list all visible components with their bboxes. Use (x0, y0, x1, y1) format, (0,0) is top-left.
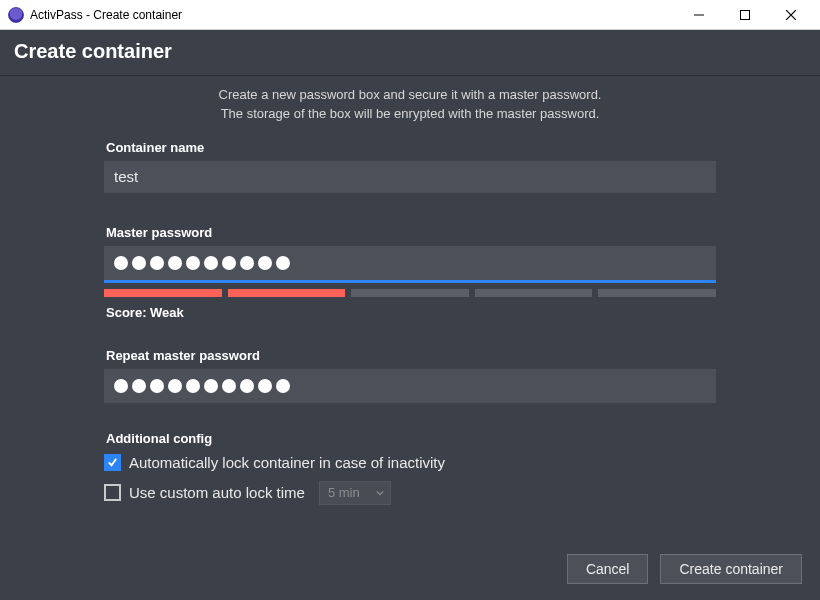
master-password-label: Master password (106, 225, 716, 240)
window-title: ActivPass - Create container (30, 8, 182, 22)
titlebar: ActivPass - Create container (0, 0, 820, 30)
password-dot (168, 256, 182, 270)
password-dot (186, 379, 200, 393)
password-dot (204, 256, 218, 270)
maximize-button[interactable] (722, 0, 768, 30)
password-dot (132, 256, 146, 270)
password-dot (222, 379, 236, 393)
svg-rect-0 (741, 10, 750, 19)
auto-lock-row: Automatically lock container in case of … (104, 454, 716, 471)
additional-config-label: Additional config (106, 431, 716, 446)
create-container-button[interactable]: Create container (660, 554, 802, 584)
intro-text: Create a new password box and secure it … (20, 86, 800, 124)
cancel-button[interactable]: Cancel (567, 554, 649, 584)
strength-segment (104, 289, 222, 297)
password-dot (258, 379, 272, 393)
auto-lock-time-select[interactable]: 5 min (319, 481, 391, 505)
custom-time-label: Use custom auto lock time (129, 484, 305, 501)
strength-segment (598, 289, 716, 297)
password-dot (132, 379, 146, 393)
auto-lock-label: Automatically lock container in case of … (129, 454, 445, 471)
chevron-down-icon (376, 485, 384, 500)
container-name-input[interactable] (104, 161, 716, 193)
strength-segment (475, 289, 593, 297)
strength-segment (351, 289, 469, 297)
select-value: 5 min (328, 485, 360, 500)
password-dot (276, 379, 290, 393)
footer-buttons: Cancel Create container (567, 554, 802, 584)
repeat-password-input[interactable] (104, 369, 716, 403)
password-dot (240, 256, 254, 270)
intro-line1: Create a new password box and secure it … (219, 87, 602, 102)
close-button[interactable] (768, 0, 814, 30)
password-score: Score: Weak (106, 305, 716, 320)
password-dot (186, 256, 200, 270)
master-password-input[interactable] (104, 246, 716, 280)
password-dot (240, 379, 254, 393)
maximize-icon (740, 10, 750, 20)
page-title: Create container (0, 30, 820, 76)
password-dot (150, 256, 164, 270)
score-value: Weak (150, 305, 184, 320)
strength-meter (104, 289, 716, 297)
password-dot (150, 379, 164, 393)
custom-time-checkbox[interactable] (104, 484, 121, 501)
password-dot (258, 256, 272, 270)
check-icon (107, 457, 118, 468)
minimize-button[interactable] (676, 0, 722, 30)
password-dot (276, 256, 290, 270)
score-prefix: Score: (106, 305, 150, 320)
container-name-label: Container name (106, 140, 716, 155)
custom-time-row: Use custom auto lock time 5 min (104, 481, 716, 505)
minimize-icon (694, 10, 704, 20)
content: Create a new password box and secure it … (0, 86, 820, 505)
password-dot (204, 379, 218, 393)
password-dot (114, 379, 128, 393)
strength-segment (228, 289, 346, 297)
password-dot (114, 256, 128, 270)
close-icon (786, 10, 796, 20)
repeat-password-label: Repeat master password (106, 348, 716, 363)
intro-line2: The storage of the box will be enrypted … (221, 106, 600, 121)
form: Container name Master password Score: We… (104, 140, 716, 505)
strength-underline (104, 280, 716, 283)
app-icon (8, 7, 24, 23)
auto-lock-checkbox[interactable] (104, 454, 121, 471)
password-dot (222, 256, 236, 270)
password-dot (168, 379, 182, 393)
